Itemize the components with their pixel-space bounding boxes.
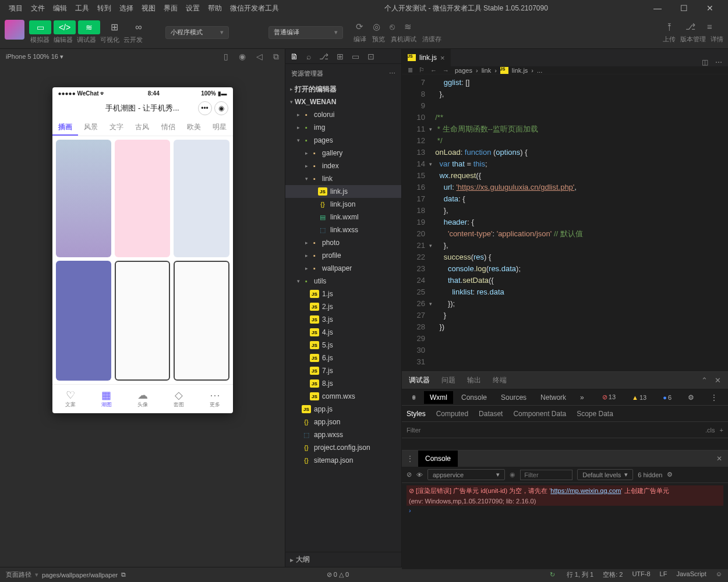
tree-file[interactable]: JS7.js (285, 364, 401, 377)
menu-item[interactable]: 文件 (27, 0, 49, 16)
maximize-icon[interactable]: ☐ (676, 0, 692, 16)
encoding-status[interactable]: UTF-8 (632, 570, 650, 579)
tree-file[interactable]: JScomm.wxs (285, 390, 401, 403)
gear-icon[interactable]: ⚙ (682, 391, 700, 404)
tree-folder[interactable]: ▸▪gallery (285, 147, 401, 159)
details-icon[interactable]: ≡ (707, 22, 712, 32)
menu-item[interactable]: 选择 (115, 0, 137, 16)
problems-status[interactable]: ⊘ 0 △ 0 (327, 571, 349, 579)
device-selector[interactable]: iPhone 5 100% 16 ▾ (6, 53, 63, 61)
avatar[interactable] (5, 20, 24, 40)
indent-status[interactable]: 空格: 2 (603, 570, 623, 579)
eye-icon[interactable]: 👁 (416, 471, 423, 478)
inspect-icon[interactable]: ⧯ (407, 391, 422, 404)
tree-file[interactable]: JS6.js (285, 352, 401, 364)
tree-folder[interactable]: ▾▪pages (285, 134, 401, 147)
device-icon[interactable]: ▯ (224, 52, 228, 62)
menu-item[interactable]: 视图 (137, 0, 160, 16)
console-filter[interactable] (520, 470, 572, 480)
tab-star[interactable]: 明星 (207, 118, 232, 136)
tab-illustration[interactable]: 插画 (52, 118, 78, 136)
tree-file[interactable]: ⬚link.wxss (285, 223, 401, 236)
editor-tab[interactable]: JS link.js × (402, 49, 451, 66)
menu-item[interactable]: 转到 (93, 0, 115, 16)
debugger-button[interactable]: ≋ (78, 20, 100, 34)
mode-dropdown[interactable]: 小程序模式▾ (165, 26, 229, 39)
close-icon[interactable]: ✕ (711, 455, 728, 463)
warning-count[interactable]: 13 (626, 392, 652, 403)
breadcrumb[interactable]: pages › link › JSlink.js › ... (455, 67, 542, 74)
tree-file[interactable]: {}link.json (285, 198, 401, 211)
info-count[interactable]: 6 (657, 392, 677, 403)
menu-item[interactable]: 帮助 (204, 0, 226, 16)
tab-ancient[interactable]: 古风 (129, 118, 155, 136)
tree-file[interactable]: ⬚app.wxss (285, 428, 401, 441)
bookmark-icon[interactable]: ⚐ (419, 66, 425, 74)
devtab-network[interactable]: Network (535, 391, 572, 404)
tree-folder[interactable]: ▾▪link (285, 172, 401, 185)
code-editor[interactable]: 7891011▾121314▾15161718192021▾2223242526… (402, 74, 728, 371)
error-link[interactable]: https://mp.weixin.qq.com (550, 487, 621, 494)
tab-couple[interactable]: 情侣 (156, 118, 181, 136)
nav-wallpaper[interactable]: ▦潮图 (89, 385, 125, 413)
close-tab-icon[interactable]: × (440, 54, 445, 62)
back-icon[interactable]: ← (430, 67, 437, 74)
record-icon[interactable]: ◉ (239, 52, 246, 62)
tree-folder[interactable]: ▸▪img (285, 121, 401, 134)
mute-icon[interactable]: ◁ (256, 52, 263, 62)
more-icon[interactable]: ⋮ (705, 391, 723, 404)
clear-cache-icon[interactable]: ≋ (404, 22, 412, 32)
tree-section[interactable]: ▸打开的编辑器 (285, 83, 401, 95)
dataset-tab[interactable]: Dataset (479, 410, 503, 418)
cls-toggle[interactable]: .cls (705, 427, 715, 434)
copy-icon[interactable]: ⧉ (121, 571, 126, 579)
branch-icon[interactable]: ⎇ (319, 52, 328, 61)
component-data-tab[interactable]: Component Data (513, 410, 566, 418)
tree-folder[interactable]: ▸▪wallpaper (285, 262, 401, 275)
tab-scenery[interactable]: 风景 (78, 118, 104, 136)
upload-icon[interactable]: ⭱ (665, 22, 674, 32)
tree-file[interactable]: JS1.js (285, 288, 401, 300)
nav-avatar[interactable]: ☁头像 (125, 385, 161, 413)
devtab-wxml[interactable]: Wxml (424, 391, 453, 404)
menu-item[interactable]: 工具 (71, 0, 93, 16)
wallpaper-thumb[interactable] (56, 261, 111, 381)
tree-file[interactable]: JS2.js (285, 300, 401, 313)
tree-file[interactable]: {}project.config.json (285, 441, 401, 454)
compile-dropdown[interactable]: 普通编译▾ (268, 26, 343, 39)
tab-output[interactable]: 输出 (467, 375, 481, 385)
context-select[interactable]: appservice▾ (427, 469, 505, 480)
menu-item[interactable]: 界面 (160, 0, 182, 16)
minimize-icon[interactable]: — (649, 0, 666, 16)
eye-icon[interactable]: ◉ (510, 471, 515, 478)
tree-project[interactable]: ▾WX_WENAN (285, 95, 401, 108)
tab-problems[interactable]: 问题 (441, 375, 455, 385)
levels-select[interactable]: Default levels▾ (577, 469, 633, 480)
page-path-value[interactable]: pages/wallpaper/wallpaper (42, 572, 118, 579)
extension-icon[interactable]: ⊡ (367, 52, 374, 61)
hidden-count[interactable]: 6 hidden (638, 471, 662, 478)
page-path-label[interactable]: 页面路径 (6, 570, 31, 579)
error-count[interactable]: 13 (596, 391, 621, 403)
debug-icon[interactable]: ▭ (352, 52, 359, 61)
tree-file[interactable]: JSlink.js (285, 185, 401, 198)
tree-folder[interactable]: ▸▪index (285, 159, 401, 172)
menu-item[interactable]: 微信开发者工具 (226, 0, 283, 16)
menu-item[interactable]: 编辑 (49, 0, 71, 16)
compile-icon[interactable]: ⟳ (356, 22, 363, 32)
tree-folder[interactable]: ▸▪profile (285, 249, 401, 262)
capsule-close-icon[interactable]: ◉ (214, 101, 228, 115)
tree-file[interactable]: JS3.js (285, 313, 401, 326)
editor-button[interactable]: </> (54, 20, 76, 34)
visualize-button[interactable]: ⊞ (103, 20, 126, 34)
more-icon[interactable]: ⋯ (715, 58, 722, 66)
devtab-console[interactable]: Console (455, 391, 493, 404)
close-icon[interactable]: ✕ (715, 376, 721, 385)
copy-icon[interactable]: ⧉ (273, 52, 279, 62)
wallpaper-thumb[interactable] (174, 140, 229, 257)
more-icon[interactable]: » (574, 391, 590, 404)
preview-icon[interactable]: ◎ (373, 22, 380, 32)
tree-file[interactable]: JS5.js (285, 339, 401, 352)
wallpaper-thumb[interactable] (174, 261, 229, 381)
capsule-more-icon[interactable]: ••• (198, 101, 212, 115)
